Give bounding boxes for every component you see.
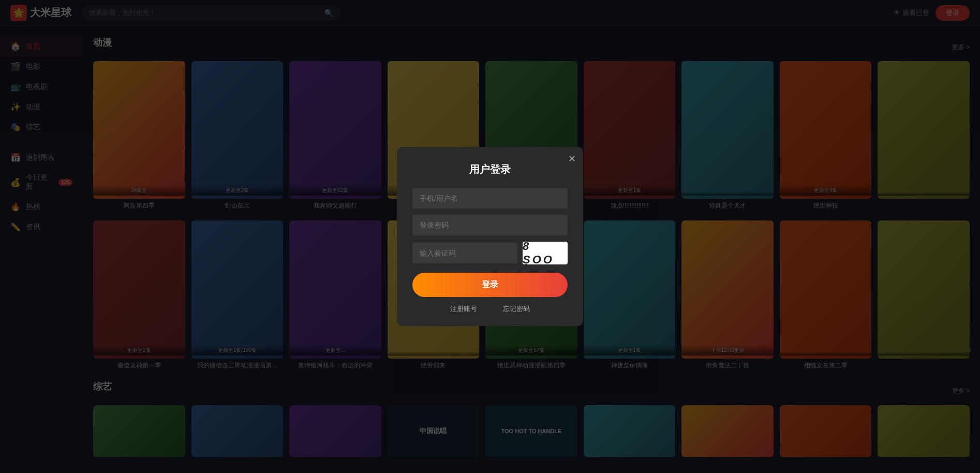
modal-links: 注册账号 忘记密码	[412, 304, 568, 314]
phone-input[interactable]	[412, 188, 568, 209]
login-submit-button[interactable]: 登录	[412, 273, 568, 297]
login-modal: ✕ 用户登录 8 ŞOO 登录 注册账号 忘记密码	[397, 147, 583, 326]
modal-close-button[interactable]: ✕	[568, 153, 576, 165]
captcha-image[interactable]: 8 ŞOO	[523, 242, 568, 264]
forgot-password-link[interactable]: 忘记密码	[503, 304, 530, 314]
password-input[interactable]	[412, 215, 568, 235]
modal-title: 用户登录	[412, 162, 568, 176]
modal-overlay[interactable]: ✕ 用户登录 8 ŞOO 登录 注册账号 忘记密码	[0, 0, 980, 473]
captcha-row: 8 ŞOO	[412, 242, 568, 264]
captcha-input[interactable]	[412, 243, 517, 263]
register-link[interactable]: 注册账号	[450, 304, 477, 314]
